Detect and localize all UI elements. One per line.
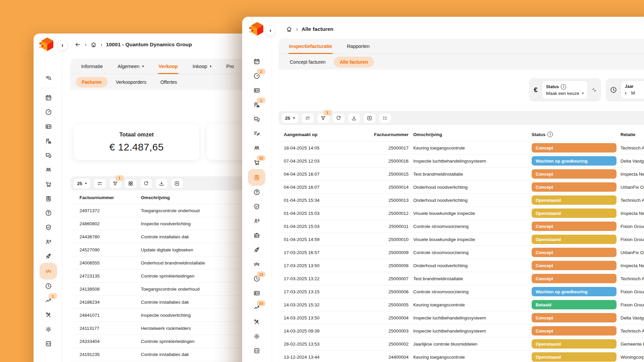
table-row[interactable]: 14-03-2025 15:32 25000005 Keuring toegan… — [278, 298, 644, 311]
sidebar-item[interactable] — [248, 54, 265, 69]
back-arrow-icon[interactable] — [74, 41, 81, 48]
tab[interactable]: Verkoop — [151, 59, 185, 74]
chevron-left-icon[interactable]: ‹ — [625, 90, 627, 96]
sidebar-item[interactable] — [40, 148, 57, 163]
sidebar-item[interactable] — [40, 206, 57, 220]
sidebar-item[interactable] — [40, 337, 57, 351]
page-size-select[interactable]: 25 ▾ — [73, 178, 91, 189]
toolbar-button[interactable] — [302, 113, 314, 123]
tab[interactable]: Inkoop ▾ — [185, 59, 219, 74]
tab[interactable]: Rapporten — [339, 39, 377, 54]
sidebar-item[interactable] — [40, 177, 57, 191]
toolbar-button[interactable] — [94, 178, 106, 189]
sidebar-item[interactable] — [40, 90, 57, 105]
sidebar-expand-button[interactable]: › — [57, 40, 68, 51]
toolbar-button[interactable] — [171, 178, 183, 189]
sidebar-item[interactable] — [40, 249, 57, 263]
table-row[interactable]: 17-03-2025 13:22 25000007 Test brandmeld… — [278, 272, 644, 285]
table-row[interactable]: 17-03-2025 13:50 25000008 Onderhoud nood… — [278, 259, 644, 272]
column-header[interactable]: Factuurnummer — [361, 132, 409, 137]
sidebar-item[interactable]: 23 — [248, 300, 265, 315]
table-row[interactable]: 04-04-2025 16:07 25000015 Test brandmeld… — [278, 167, 644, 180]
column-header[interactable]: Factuurnummer — [79, 195, 141, 200]
sidebar-expand-button[interactable]: › — [265, 25, 276, 36]
sidebar-item[interactable]: 1 — [40, 293, 57, 308]
sidebar-item[interactable] — [40, 163, 57, 177]
sidebar-item[interactable]: 2 — [248, 69, 265, 83]
sidebar-item[interactable] — [40, 220, 57, 235]
sidebar-item[interactable] — [40, 279, 57, 293]
sidebar-item[interactable] — [40, 308, 57, 322]
table-row[interactable]: 01-04-2025 15:34 25000013 Onderhoud nood… — [278, 193, 644, 206]
toolbar-button[interactable] — [363, 113, 376, 123]
table-row[interactable]: 14-03-2025 13:50 25000004 Inspectie luch… — [278, 311, 644, 324]
sidebar-item[interactable] — [248, 199, 265, 214]
table-row[interactable]: 04-04-2025 16:07 25000014 Onderhoud nood… — [278, 180, 644, 193]
sidebar-item[interactable] — [40, 134, 57, 148]
sidebar-item[interactable] — [248, 243, 265, 257]
sidebar-item[interactable]: 13 — [248, 272, 265, 286]
table-row[interactable]: 01-04-2025 15:03 25000011 Controle stroo… — [278, 220, 644, 233]
subtab[interactable]: Facturen — [76, 77, 108, 87]
toolbar-button[interactable] — [140, 178, 153, 189]
column-header[interactable]: Relatie — [616, 132, 644, 137]
page-size-select[interactable]: 25 ▾ — [281, 113, 299, 124]
toolbar-button[interactable] — [332, 113, 345, 123]
year-filter-select[interactable]: Jaar ‹ M — [621, 80, 644, 99]
sidebar-item[interactable] — [40, 191, 57, 206]
sidebar-item[interactable]: 15 — [248, 155, 265, 170]
sidebar-item[interactable] — [248, 286, 265, 300]
sidebar-item[interactable] — [248, 126, 265, 141]
table-row[interactable]: 07-04-2025 12:03 25000016 Inspectie luch… — [278, 154, 644, 167]
subtab[interactable]: Alle facturen — [334, 57, 374, 67]
sidebar-item[interactable] — [248, 344, 265, 358]
subtab[interactable]: Concept facturen — [284, 57, 332, 67]
status-filter-select[interactable]: Status i Maak een keuze ▾ — [542, 80, 588, 99]
sidebar-item[interactable] — [40, 71, 57, 85]
sidebar-item[interactable] — [248, 169, 265, 186]
toolbar-button[interactable] — [379, 113, 391, 123]
sidebar-item[interactable] — [40, 119, 57, 134]
sidebar-item[interactable]: 1 — [248, 98, 265, 112]
subtab[interactable]: Offertes — [154, 77, 183, 87]
sidebar-item[interactable] — [248, 83, 265, 98]
sidebar-item[interactable] — [40, 263, 57, 280]
table-row[interactable]: 01-04-2025 15:03 25000012 Visuele bouwku… — [278, 206, 644, 220]
column-header[interactable]: Omschrijving — [409, 132, 532, 137]
tab[interactable]: Informatie — [74, 59, 110, 74]
table-row[interactable]: 18-04-2025 14:05 25000017 Keuring toegan… — [278, 141, 644, 154]
table-row[interactable]: 28-02-2025 13:53 25000002 Jaarlijkse con… — [278, 337, 644, 350]
sidebar-item[interactable] — [248, 329, 265, 344]
table-row[interactable]: 17-03-2025 13:15 25000006 Controle stroo… — [278, 285, 644, 298]
toolbar-button[interactable] — [348, 113, 361, 123]
table-row[interactable]: 01-04-2025 14:59 25000010 Visuele bouwku… — [278, 233, 644, 246]
sidebar-item[interactable] — [40, 105, 57, 119]
toolbar-button[interactable]: 1 — [317, 113, 330, 123]
toolbar-button[interactable]: 1 — [109, 178, 122, 189]
sidebar-item[interactable] — [248, 141, 265, 155]
tab[interactable]: Algemeen ▾ — [110, 59, 151, 74]
collapse-icon[interactable] — [591, 87, 597, 93]
table-row[interactable]: 14-03-2025 09:39 25000003 Inspectie luch… — [278, 324, 644, 337]
toolbar-button[interactable] — [124, 178, 137, 189]
column-header[interactable]: Aangemaakt op — [284, 132, 361, 137]
sidebar-item[interactable] — [248, 315, 265, 329]
tab[interactable]: Inspectiefacturatie — [282, 39, 339, 54]
sidebar-item[interactable] — [248, 112, 265, 126]
sidebar-icon — [45, 166, 52, 173]
home-icon[interactable] — [286, 26, 292, 33]
sidebar-item[interactable] — [40, 322, 57, 337]
home-icon[interactable] — [90, 41, 97, 48]
sidebar-item[interactable] — [40, 235, 57, 249]
table-row[interactable]: 17-03-2025 16:57 25000009 Controle stroo… — [278, 246, 644, 259]
sidebar-item[interactable] — [248, 185, 265, 199]
tab[interactable]: Pro — [219, 59, 241, 74]
subtab[interactable]: Verkooporders — [110, 77, 152, 87]
toolbar-button[interactable] — [155, 178, 168, 189]
table-row[interactable]: 13-12-2024 13:44 24400004 Keuring toegan… — [278, 350, 644, 362]
column-header[interactable]: Status i — [532, 132, 616, 137]
relation-name: Delta Vastgo — [616, 159, 644, 164]
sidebar-item[interactable] — [248, 214, 265, 228]
sidebar-item[interactable] — [248, 257, 265, 272]
sidebar-item[interactable] — [248, 228, 265, 243]
